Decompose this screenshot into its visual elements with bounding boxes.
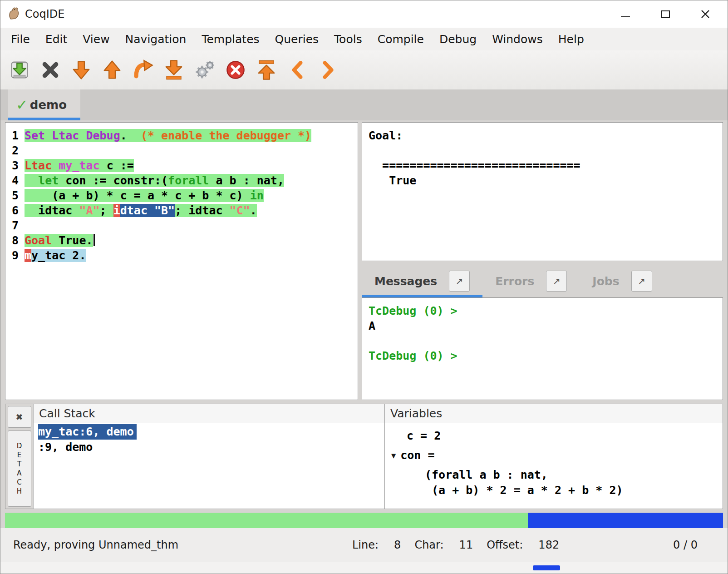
find-previous-button[interactable] [282,54,313,86]
stop-x-icon [41,60,60,79]
tab-errors[interactable]: Errors ↗ [482,265,580,297]
line-number-1[interactable]: 1 [5,128,25,143]
menu-bar: FileEditViewNavigationTemplatesQueriesTo… [0,28,728,50]
code-text: let con := constr:(forall a b : nat, [25,173,284,188]
call-stack-entry[interactable]: :9, demo [38,440,95,455]
close-button[interactable] [698,7,712,21]
menu-compile[interactable]: Compile [370,33,432,46]
tab-demo-label: demo [30,98,67,112]
menu-file[interactable]: File [3,33,38,46]
tab-bar: ✓ demo [0,89,728,120]
close-call-stack-button[interactable]: ✖ [8,406,31,428]
call-stack-main: Call Stack my_tac:6, demo:9, demo [34,404,384,509]
line-number-7[interactable]: 7 [5,218,25,233]
tab-jobs[interactable]: Jobs ↗ [580,265,664,297]
status-bar: Ready, proving Unnamed_thm Line: 8 Char:… [0,528,728,562]
right-column: Goal: ============================= True… [362,122,723,400]
arrow-to-bottom-icon [163,59,184,80]
menu-templates[interactable]: Templates [194,33,267,46]
variables-panel: Variables c = 2▼con =(forall a b : nat, … [385,404,723,509]
call-stack-list: my_tac:6, demo:9, demo [34,423,384,455]
detach-icon: ↗ [638,276,645,287]
menu-navigation[interactable]: Navigation [118,33,194,46]
line-number-6[interactable]: 6 [5,203,25,218]
tab-errors-label: Errors [495,275,534,288]
line-number-4[interactable]: 4 [5,173,25,188]
step-forward-button[interactable] [66,54,97,86]
step-backward-button[interactable] [97,54,128,86]
scrollbar-thumb[interactable] [533,565,560,570]
script-editor[interactable]: 1Set Ltac Debug. (* enable the debugger … [5,122,358,400]
code-line-5[interactable]: 5 (a + b) * c = a * c + b * c) in [5,188,358,203]
menu-debug[interactable]: Debug [432,33,484,46]
code-line-7[interactable]: 7 [5,218,358,233]
code-text: Set Ltac Debug. (* enable the debugger *… [25,128,311,143]
line-number-8[interactable]: 8 [5,233,25,248]
detach-jobs-button[interactable]: ↗ [631,271,652,292]
detach-errors-button[interactable]: ↗ [546,271,567,292]
code-text: my_tac 2. [25,248,86,263]
variables-header: Variables [385,404,723,423]
code-line-4[interactable]: 4 let con := constr:(forall a b : nat, [5,173,358,188]
interrupt-button[interactable] [220,54,251,86]
code-text: (a + b) * c = a * c + b * c) in [25,188,264,203]
fully-check-button[interactable] [189,54,220,86]
tab-messages[interactable]: Messages ↗ [362,265,482,297]
curved-arrow-icon [133,59,153,80]
window-title: CoqIDE [25,8,64,20]
menu-edit[interactable]: Edit [38,33,75,46]
message-line: TcDebug (0) > [369,303,716,318]
code-line-2[interactable]: 2 [5,143,358,158]
offset-label: Offset: [487,539,523,551]
stop-button[interactable] [35,54,66,86]
menu-windows[interactable]: Windows [484,33,551,46]
restart-button[interactable] [251,54,282,86]
minimize-button[interactable] [619,7,632,21]
message-line [369,333,716,348]
message-panel-tabs: Messages ↗ Errors ↗ Jobs ↗ [362,265,723,297]
variables-list: c = 2▼con =(forall a b : nat, (a + b) * … [385,423,723,498]
menu-help[interactable]: Help [551,33,592,46]
offset-value: 182 [538,539,559,551]
code-line-6[interactable]: 6 idtac "A"; idtac "B"; idtac "C". [5,203,358,218]
expander-icon[interactable]: ▼ [391,448,396,463]
detach-call-stack-button[interactable]: DETACH [8,430,31,507]
line-number-2[interactable]: 2 [5,143,25,158]
code-line-8[interactable]: 8Goal True. [5,233,358,248]
menu-queries[interactable]: Queries [267,33,327,46]
code-line-3[interactable]: 3Ltac my_tac c := [5,158,358,173]
call-stack-entry[interactable]: my_tac:6, demo [38,424,137,440]
menu-tools[interactable]: Tools [326,33,370,46]
variable-row[interactable]: c = 2 [385,428,723,444]
chevron-right-icon [319,60,338,79]
tab-demo[interactable]: ✓ demo [8,89,80,120]
detach-icon: ↗ [553,276,561,287]
line-label: Line: [352,539,379,551]
variable-row[interactable]: ▼con = [385,448,723,463]
code-line-1[interactable]: 1Set Ltac Debug. (* enable the debugger … [5,128,358,143]
arrow-down-icon [71,59,92,80]
close-icon [700,9,710,19]
line-value: 8 [394,539,401,551]
status-message: Ready, proving Unnamed_thm [13,539,178,551]
line-number-9[interactable]: 9 [5,248,25,263]
char-value: 11 [459,539,473,551]
variable-row[interactable]: (forall a b : nat, [385,467,723,483]
maximize-button[interactable] [659,7,672,21]
save-button[interactable] [4,54,35,86]
line-number-3[interactable]: 3 [5,158,25,173]
code-text [25,143,31,158]
find-next-button[interactable] [313,54,344,86]
detach-messages-button[interactable]: ↗ [449,271,470,292]
tab-jobs-label: Jobs [592,275,619,288]
gears-icon [194,59,215,80]
goal-text: Goal: ============================= True [369,128,716,188]
menu-view[interactable]: View [75,33,117,46]
line-number-5[interactable]: 5 [5,188,25,203]
go-to-cursor-button[interactable] [128,54,158,86]
run-to-end-button[interactable] [158,54,189,86]
variable-row[interactable]: (a + b) * 2 = a * 2 + b * 2) [385,483,723,498]
code-line-9[interactable]: 9my_tac 2. [5,248,358,263]
minimize-icon [621,16,630,17]
maximize-icon [661,10,670,18]
